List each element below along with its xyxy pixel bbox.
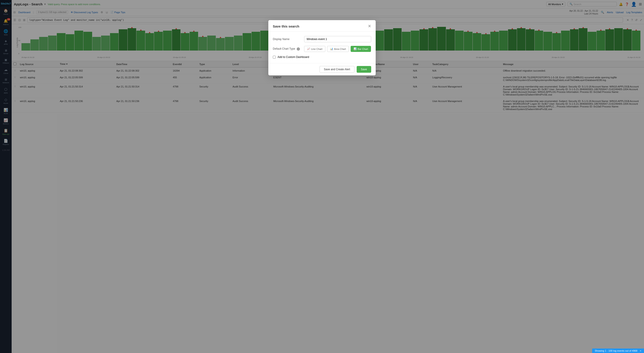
chart-type-info-icon[interactable]: i	[297, 48, 300, 51]
custom-dashboard-label: Add to Custom Dashboard	[278, 56, 309, 59]
modal-overlay[interactable]: Save this search ✕ Display Name Default …	[0, 0, 322, 177]
modal-header: Save this search ✕	[268, 20, 322, 32]
chart-type-group: 📈 Line Chart 📊 Area Chart 📊 Bar Chart	[304, 46, 322, 52]
save-and-create-alert-button[interactable]: Save and Create Alert	[320, 66, 322, 73]
custom-dashboard-row: Add to Custom Dashboard	[273, 56, 322, 59]
display-name-row: Display Name	[273, 36, 322, 42]
display-name-input[interactable]	[304, 36, 322, 42]
save-search-modal: Save this search ✕ Display Name Default …	[268, 20, 322, 75]
line-chart-button[interactable]: 📈 Line Chart	[304, 46, 322, 52]
line-chart-icon: 📈	[307, 48, 310, 50]
modal-footer: Save and Create Alert Save	[268, 63, 322, 75]
display-name-label: Display Name	[273, 38, 304, 41]
modal-title: Save this search	[273, 24, 299, 28]
chart-type-row: Default Chart Type i 📈 Line Chart 📊 Area…	[273, 46, 322, 52]
custom-dashboard-checkbox[interactable]	[273, 56, 276, 59]
chart-type-label: Default Chart Type i	[273, 47, 304, 51]
modal-body: Display Name Default Chart Type i 📈 Line…	[268, 32, 322, 63]
